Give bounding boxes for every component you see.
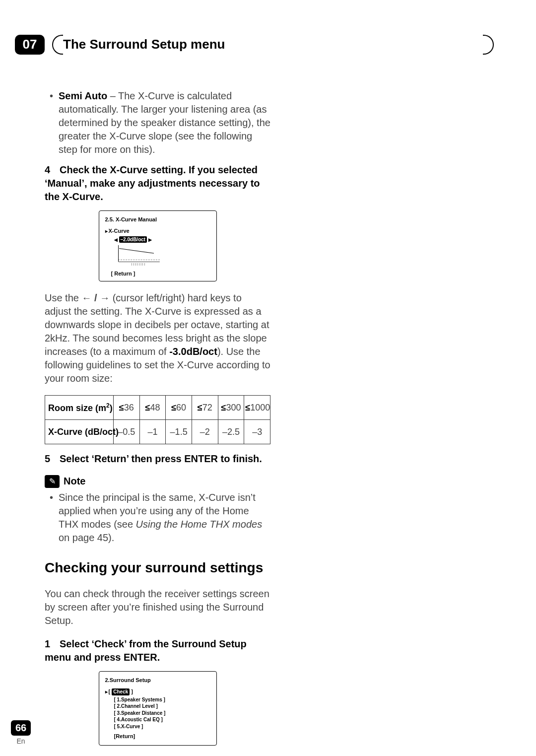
osd-title: 2.5. X-Curve Manual <box>105 216 210 223</box>
osd-value-row: ◀ –2.0dB/oct ▶ <box>114 236 210 243</box>
osd-param-label: X-Curve <box>109 228 130 234</box>
xcurve-header: X-Curve (dB/oct) <box>45 420 114 444</box>
col-48: ≤48 <box>139 396 166 420</box>
note-heading: ✎ Note <box>45 475 270 488</box>
step-4-number: 4 <box>45 163 60 177</box>
osd2-item-5: [ 5.X-Curve ] <box>114 723 210 730</box>
room-size-table: Room size (m2) ≤36 ≤48 ≤60 ≤72 ≤300 ≤100… <box>45 395 270 444</box>
note-bullet: Since the principal is the same, X-Curve… <box>59 491 270 545</box>
osd2-item-2: [ 2.Channel Level ] <box>114 703 210 710</box>
note-reference: Using the Home THX modes <box>136 519 263 530</box>
chapter-title-container: The Surround Setup menu <box>52 35 494 55</box>
osd2-item-1: [ 1.Speaker Systems ] <box>114 696 210 703</box>
osd2-check-value: Check <box>112 688 130 695</box>
semi-auto-label: Semi Auto <box>59 90 107 101</box>
val-3: –2 <box>192 420 218 444</box>
table-row-xcurve: X-Curve (dB/oct) –0.5 –1 –1.5 –2 –2.5 –3 <box>45 420 270 444</box>
col-1000: ≤1000 <box>244 396 270 420</box>
step-4: 4Check the X-Curve setting. If you selec… <box>45 163 270 204</box>
val-2: –1.5 <box>166 420 192 444</box>
osd-xcurve-screenshot: 2.5. X-Curve Manual X-Curve ◀ –2.0dB/oct… <box>99 210 217 281</box>
left-arrow-icon: ◀ <box>114 237 118 242</box>
osd2-check-row: [ Check ] <box>105 688 210 695</box>
xcurve-instructions: Use the ← / → (cursor left/right) hard k… <box>45 291 270 385</box>
step-4-text: Check the X-Curve setting. If you select… <box>45 164 260 202</box>
xcurve-graph-icon: |||||||| <box>118 245 160 266</box>
pencil-note-icon: ✎ <box>45 475 60 488</box>
val-1: –1 <box>139 420 166 444</box>
bullet-list: Semi Auto – The X-Curve is calculated au… <box>45 89 270 156</box>
osd-param-row: X-Curve <box>105 227 210 235</box>
arrow-icons: ← / → <box>81 292 110 303</box>
section-heading-checking: Checking your surround settings <box>45 558 270 577</box>
step-1b-number: 1 <box>45 637 60 651</box>
note-list: Since the principal is the same, X-Curve… <box>45 491 270 545</box>
chapter-title: The Surround Setup menu <box>63 35 225 55</box>
table-row-roomsize: Room size (m2) ≤36 ≤48 ≤60 ≤72 ≤300 ≤100… <box>45 396 270 420</box>
osd2-item-4: [ 4.Acoustic Cal EQ ] <box>114 716 210 723</box>
room-size-header: Room size (m2) <box>45 396 114 420</box>
right-arrow-icon: ▶ <box>148 237 152 242</box>
page-language: En <box>11 737 31 746</box>
checking-intro: You can check through the receiver setti… <box>45 587 270 627</box>
col-60: ≤60 <box>166 396 192 420</box>
osd-return-label: [ Return ] <box>111 270 210 277</box>
osd-surround-setup-screenshot: 2.Surround Setup [ Check ] [ 1.Speaker S… <box>99 671 217 746</box>
osd2-menu-list: [ 1.Speaker Systems ] [ 2.Channel Level … <box>114 696 210 730</box>
note-label: Note <box>64 475 85 488</box>
val-5: –3 <box>244 420 270 444</box>
bullet-semi-auto: Semi Auto – The X-Curve is calculated au… <box>59 89 270 156</box>
osd2-title: 2.Surround Setup <box>105 677 210 684</box>
step-1b: 1Select ‘Check’ from the Surround Setup … <box>45 637 270 664</box>
col-36: ≤36 <box>114 396 140 420</box>
page-footer: 66 En <box>11 720 31 746</box>
step-5-text: Select ‘Return’ then press ENTER to fini… <box>60 453 262 464</box>
step-1b-text: Select ‘Check’ from the Surround Setup m… <box>45 638 247 663</box>
chapter-number-badge: 07 <box>15 35 45 55</box>
step-5: 5Select ‘Return’ then press ENTER to fin… <box>45 452 270 466</box>
osd-value: –2.0dB/oct <box>119 236 147 243</box>
chapter-header: 07 The Surround Setup menu <box>15 35 494 55</box>
step-5-number: 5 <box>45 452 60 466</box>
page-number: 66 <box>11 720 31 736</box>
osd2-item-3: [ 3.Speaker Distance ] <box>114 710 210 717</box>
osd2-return: [Return] <box>114 733 210 740</box>
col-72: ≤72 <box>192 396 218 420</box>
col-300: ≤300 <box>218 396 244 420</box>
val-4: –2.5 <box>218 420 244 444</box>
